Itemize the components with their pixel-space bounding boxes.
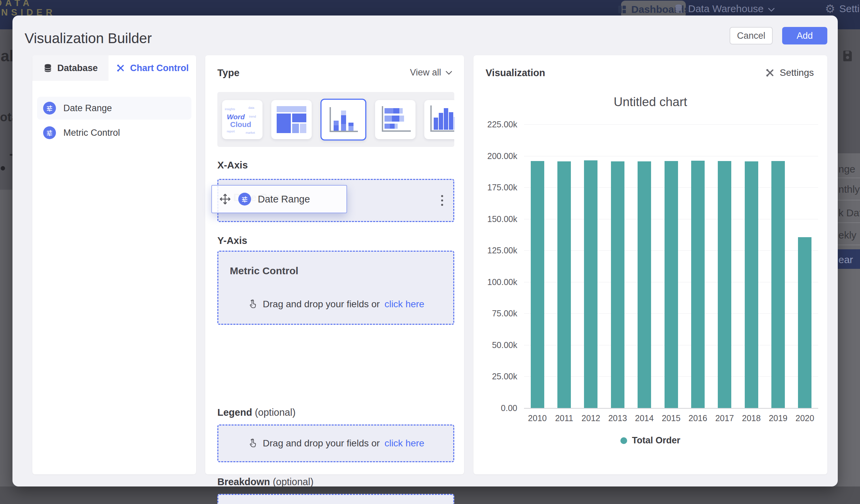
treemap-block	[292, 124, 299, 133]
tab-chart-control-label: Chart Control	[130, 63, 189, 73]
legend-dropzone[interactable]: Drag and drop your fields or click here	[217, 424, 454, 462]
bar-2015	[664, 161, 678, 408]
mini-bar	[385, 116, 392, 121]
plot-area: 225.00k200.00k175.00k150.00k125.00k100.0…	[524, 124, 818, 408]
tools-icon	[765, 68, 775, 78]
tab-chart-control[interactable]: Chart Control	[109, 55, 196, 81]
y-axis-dropzone[interactable]: Metric Control Drag and drop your fields…	[217, 251, 454, 325]
x-tick-label: 2019	[769, 413, 788, 423]
y-tick-label: 100.00k	[487, 277, 517, 287]
x-tick-label: 2011	[555, 413, 573, 423]
type-section-label: Type	[217, 67, 240, 78]
cancel-button[interactable]: Cancel	[730, 27, 773, 44]
mini-axis	[382, 130, 411, 132]
y-tick-label: 200.00k	[487, 151, 517, 161]
legend-label: Legend	[217, 407, 252, 418]
breakdown-label: Breakdown	[217, 476, 270, 487]
treemap-block	[300, 124, 306, 133]
treemap-block	[277, 114, 291, 133]
logo-line-1: DATA	[0, 0, 56, 8]
bar-2013	[611, 161, 625, 408]
y-tick-label: 125.00k	[487, 246, 517, 255]
backdrop-selected-menu-item: ear	[838, 249, 860, 269]
nav-item-settings[interactable]: ⚙ Settings	[825, 0, 860, 17]
y-tick-label: 50.00k	[492, 340, 517, 350]
x-tick-label: 2013	[608, 413, 627, 423]
tap-hand-icon	[247, 299, 258, 309]
dragged-field-chip-date-range[interactable]: Date Range	[211, 185, 347, 213]
bar-2020	[798, 237, 812, 408]
chart-legend: Total Order	[473, 435, 827, 446]
backdrop-bullet-fragment	[1, 166, 5, 171]
chart-type-tile-treemap[interactable]	[271, 100, 312, 139]
dashboards-grid-icon	[617, 4, 627, 14]
bar-2017	[718, 161, 731, 408]
bar-2014	[637, 161, 651, 408]
y-axis-zone-title: Metric Control	[230, 265, 298, 277]
nav-data-warehouse-label: Data Warehouse	[688, 3, 764, 14]
x-tick-label: 2012	[582, 413, 601, 423]
dropzone-click-here-link[interactable]: click here	[385, 299, 424, 309]
backdrop-menu-item: k Date	[838, 207, 860, 219]
mini-bar	[341, 111, 346, 115]
legend-marker	[620, 437, 627, 444]
mini-axis	[382, 106, 383, 132]
nav-item-data-warehouse[interactable]: Data Warehouse	[674, 0, 775, 17]
database-icon	[43, 63, 53, 73]
mini-bar	[395, 124, 398, 129]
field-item-metric-control[interactable]: Metric Control	[37, 121, 191, 144]
visualization-builder-modal: Visualization Builder Cancel Add Databas…	[13, 15, 838, 487]
chart-type-list: insights data trend report market Word C…	[217, 92, 454, 147]
mini-bar	[399, 108, 403, 114]
tools-icon	[116, 63, 125, 73]
divider	[838, 245, 860, 245]
mini-bar	[334, 125, 339, 131]
add-button[interactable]: Add	[782, 27, 827, 44]
optional-suffix: (optional)	[273, 476, 313, 487]
y-tick-label: 175.00k	[487, 183, 517, 192]
mini-bar	[390, 124, 395, 129]
word-cloud-minor-word: market	[246, 131, 255, 134]
chevron-down-icon	[768, 3, 775, 14]
dropzone-hint-text: Drag and drop your fields or	[263, 299, 380, 309]
chart-type-tile-word-cloud[interactable]: insights data trend report market Word C…	[222, 100, 262, 139]
mini-bar	[392, 116, 399, 121]
view-all-dropdown[interactable]: View all	[410, 67, 453, 78]
mini-axis	[430, 130, 454, 132]
word-cloud-icon: Word	[227, 113, 245, 121]
tap-hand-icon	[247, 438, 258, 449]
backdrop-right-strip: nge nthly k Date ekly ear	[838, 29, 860, 487]
y-tick-label: 150.00k	[487, 214, 517, 224]
dropzone-hint-text: Drag and drop your fields or	[263, 438, 380, 449]
modal-title: Visualization Builder	[25, 30, 152, 46]
y-tick-label: 75.00k	[492, 308, 517, 318]
mini-bar	[449, 112, 453, 130]
bar-2018	[745, 161, 758, 408]
x-tick-label: 2017	[715, 413, 734, 423]
field-item-date-range[interactable]: Date Range	[37, 97, 191, 119]
backdrop-menu-item: nthly	[838, 184, 860, 195]
divider	[838, 177, 860, 178]
bar-2011	[557, 161, 571, 408]
x-tick-label: 2020	[796, 413, 815, 423]
sliders-icon	[43, 102, 56, 115]
y-tick-label: 225.00k	[487, 119, 517, 129]
backdrop-menu-item: ear	[838, 254, 853, 265]
mini-bar	[385, 108, 393, 114]
chart-type-tile-column[interactable]	[424, 100, 454, 139]
tab-database[interactable]: Database	[32, 55, 109, 81]
fields-panel: Database Chart Control Date Range	[32, 55, 196, 474]
tab-database-label: Database	[57, 63, 98, 73]
visualization-settings-button[interactable]: Settings	[765, 67, 814, 78]
y-axis-section-label: Y-Axis	[217, 235, 247, 246]
chart-title: Untitled chart	[473, 95, 827, 109]
optional-suffix: (optional)	[255, 407, 296, 418]
more-options-icon[interactable]	[441, 195, 443, 206]
x-tick-label: 2014	[635, 413, 654, 423]
chart-type-tile-stacked-column-selected[interactable]	[320, 99, 366, 141]
breakdown-dropzone[interactable]: Drag and drop your fields or click here	[217, 494, 454, 504]
bar-2016	[691, 161, 705, 408]
breakdown-section-label: Breakdown (optional)	[217, 476, 313, 488]
dropzone-click-here-link[interactable]: click here	[385, 438, 424, 449]
chart-type-tile-stacked-bar[interactable]	[375, 100, 416, 139]
